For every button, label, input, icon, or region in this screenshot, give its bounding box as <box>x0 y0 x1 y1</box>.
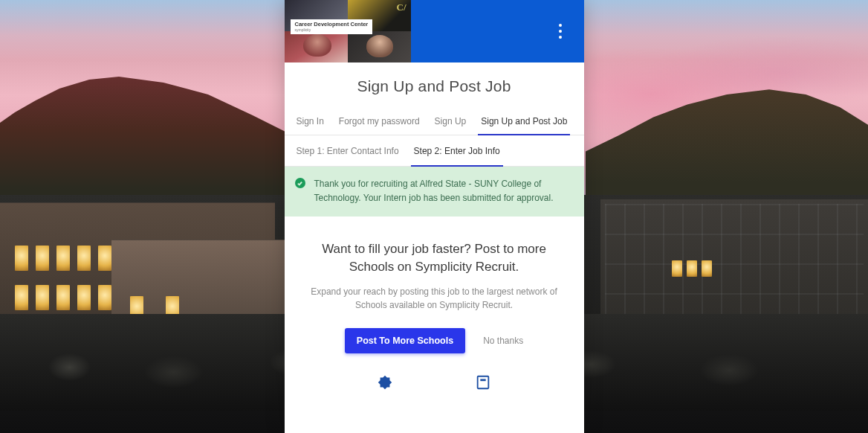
brand-subtext: symplicity <box>295 28 369 32</box>
promo-section: Want to fill your job faster? Post to mo… <box>285 216 584 404</box>
kebab-dot-icon <box>559 24 562 27</box>
kebab-dot-icon <box>559 36 562 39</box>
success-alert: Thank you for recruiting at Alfred State… <box>285 167 584 216</box>
card-header: Career Development Center symplicity <box>285 0 584 62</box>
no-thanks-button[interactable]: No thanks <box>483 336 523 346</box>
tab-sign-in[interactable]: Sign In <box>289 109 331 135</box>
tab-forgot-password[interactable]: Forgot my password <box>331 109 427 135</box>
wizard-steps: Step 1: Enter Contact Info Step 2: Enter… <box>285 135 584 167</box>
overflow-menu-button[interactable] <box>553 21 568 42</box>
document-icon <box>475 374 491 391</box>
badge-icon <box>377 374 393 391</box>
svg-rect-1 <box>480 379 485 381</box>
alert-message: Thank you for recruiting at Alfred State… <box>314 179 554 203</box>
check-circle-icon <box>295 178 305 188</box>
page-title: Sign Up and Post Job <box>285 62 584 109</box>
brand-label: Career Development Center symplicity <box>291 19 373 34</box>
tab-sign-up-and-post-job[interactable]: Sign Up and Post Job <box>473 109 574 135</box>
svg-rect-0 <box>478 376 489 389</box>
step-contact-info[interactable]: Step 1: Enter Contact Info <box>289 135 407 166</box>
step-job-info[interactable]: Step 2: Enter Job Info <box>407 135 508 166</box>
promo-heading: Want to fill your job faster? Post to mo… <box>305 240 563 276</box>
auth-tabs: Sign In Forgot my password Sign Up Sign … <box>285 109 584 135</box>
brand-label-text: Career Development Center <box>295 21 369 28</box>
signup-card: Career Development Center symplicity Sig… <box>285 0 584 433</box>
tab-sign-up[interactable]: Sign Up <box>427 109 474 135</box>
promo-actions: Post To More Schools No thanks <box>305 328 563 353</box>
promo-subtext: Expand your reach by posting this job to… <box>305 285 563 312</box>
footer-icons <box>305 353 563 391</box>
post-to-more-schools-button[interactable]: Post To More Schools <box>345 328 465 353</box>
brand-collage: Career Development Center symplicity <box>285 0 411 62</box>
kebab-dot-icon <box>559 30 562 33</box>
